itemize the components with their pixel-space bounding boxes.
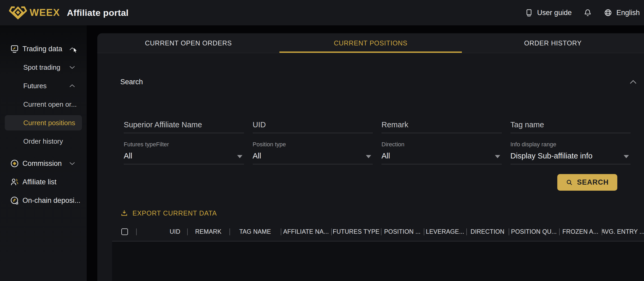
select-all-checkbox[interactable]	[121, 228, 128, 235]
sidebar-item-label: Affiliate list	[22, 178, 57, 186]
caret-down-icon	[495, 155, 500, 158]
brand-name: WEEX	[30, 7, 60, 18]
table-header-row: UID REMARK TAG NAME AFFILIATE NA... FUTU…	[112, 222, 644, 241]
select-label: Futures typeFilter	[124, 141, 244, 148]
search-filters: Futures typeFilter All Position type All…	[97, 120, 644, 191]
select-value: All	[253, 152, 373, 160]
select-label: Info display range	[510, 141, 631, 148]
sidebar-item-label: Current positions	[23, 119, 75, 127]
select-label: Direction	[381, 141, 502, 148]
uid-input[interactable]	[253, 120, 373, 129]
column-header-tag-name[interactable]: TAG NAME	[229, 222, 281, 241]
diamond-circle-icon	[10, 159, 19, 168]
coin-transfer-icon	[10, 196, 19, 205]
sidebar-item-label: Commission	[22, 160, 62, 168]
select-label: Position type	[253, 141, 373, 148]
chevron-down-icon	[69, 66, 75, 69]
tab-label: CURRENT OPEN ORDERS	[145, 39, 232, 47]
export-label: EXPORT CURRENT DATA	[132, 209, 217, 217]
search-button-label: SEARCH	[577, 178, 609, 186]
tab-bar: CURRENT OPEN ORDERS CURRENT POSITIONS OR…	[97, 33, 644, 53]
sidebar-item-label: Trading data	[22, 45, 62, 53]
main-panel: CURRENT OPEN ORDERS CURRENT POSITIONS OR…	[97, 33, 644, 281]
sidebar-item-spot-trading[interactable]: Spot trading	[0, 58, 87, 77]
caret-down-icon	[624, 155, 629, 158]
column-header-remark[interactable]: REMARK	[187, 222, 229, 241]
search-section-title: Search	[120, 78, 143, 86]
tab-order-history[interactable]: ORDER HISTORY	[462, 33, 644, 53]
sidebar-item-futures[interactable]: Futures	[0, 77, 87, 95]
field-remark	[381, 120, 502, 133]
sidebar-item-label: Spot trading	[23, 63, 60, 72]
column-header-position[interactable]: POSITION ...	[381, 222, 424, 241]
top-bar: WEEX Affiliate portal User guide English	[0, 0, 644, 25]
sidebar-item-affiliate-list[interactable]: Affiliate list	[0, 173, 87, 191]
chevron-up-icon	[69, 84, 75, 87]
position-type-select[interactable]: Position type All	[253, 141, 373, 164]
sidebar: Trading data Spot trading Futures Curren…	[0, 25, 87, 281]
direction-select[interactable]: Direction All	[381, 141, 502, 164]
column-header-uid[interactable]: UID	[136, 222, 187, 241]
weex-logo-icon	[9, 6, 27, 20]
column-header-frozen-amount[interactable]: FROZEN A...	[559, 222, 602, 241]
brand: WEEX Affiliate portal	[9, 6, 128, 20]
sidebar-item-label: Order history	[23, 137, 63, 146]
people-icon	[10, 177, 19, 186]
page-title: Affiliate portal	[67, 8, 128, 18]
column-header-direction[interactable]: DIRECTION	[466, 222, 509, 241]
search-button[interactable]: SEARCH	[557, 174, 617, 191]
sidebar-item-label: On-chain deposi...	[22, 196, 80, 205]
caret-down-icon	[366, 155, 371, 158]
tab-current-positions[interactable]: CURRENT POSITIONS	[279, 33, 462, 53]
sidebar-item-label: Current open or...	[23, 100, 77, 109]
book-icon	[525, 8, 533, 17]
globe-icon	[604, 8, 612, 17]
mouse-cursor	[73, 48, 78, 54]
column-header-avg-entry[interactable]: AVG. ENTRY ...	[602, 222, 644, 241]
sidebar-item-onchain-deposit[interactable]: On-chain deposi...	[0, 191, 87, 210]
select-all-cell	[112, 228, 136, 235]
remark-input[interactable]	[381, 120, 502, 129]
column-header-leverage[interactable]: LEVERAGE...	[424, 222, 466, 241]
user-guide-label: User guide	[537, 9, 572, 17]
select-value: All	[124, 152, 244, 160]
field-superior-affiliate-name	[124, 120, 244, 133]
tab-label: CURRENT POSITIONS	[334, 39, 407, 47]
collapse-panel-icon[interactable]	[630, 80, 637, 84]
field-tag-name	[510, 120, 631, 133]
info-display-range-select[interactable]: Info display range Display Sub-affiliate…	[510, 141, 631, 164]
caret-down-icon	[237, 155, 242, 158]
user-guide-link[interactable]: User guide	[525, 8, 572, 17]
positions-table: UID REMARK TAG NAME AFFILIATE NA... FUTU…	[112, 222, 644, 281]
language-switcher[interactable]: English	[604, 8, 640, 17]
sidebar-item-current-open-orders[interactable]: Current open or...	[0, 95, 87, 114]
field-uid	[253, 120, 373, 133]
futures-type-select[interactable]: Futures typeFilter All	[124, 141, 244, 164]
download-icon	[120, 209, 128, 217]
export-current-data-button[interactable]: EXPORT CURRENT DATA	[120, 209, 644, 217]
chevron-down-icon	[69, 162, 75, 165]
bell-icon[interactable]	[583, 8, 592, 17]
column-header-affiliate-name[interactable]: AFFILIATE NA...	[281, 222, 331, 241]
sidebar-item-label: Futures	[23, 82, 47, 90]
table-body-empty	[112, 241, 644, 281]
superior-affiliate-name-input[interactable]	[124, 120, 244, 129]
magnifier-icon	[566, 179, 573, 186]
tab-label: ORDER HISTORY	[524, 39, 582, 47]
sidebar-item-current-positions[interactable]: Current positions	[5, 115, 82, 130]
select-value: Display Sub-affiliate info	[510, 152, 631, 160]
tag-name-input[interactable]	[510, 120, 631, 129]
sidebar-item-order-history[interactable]: Order history	[0, 132, 87, 151]
tab-current-open-orders[interactable]: CURRENT OPEN ORDERS	[97, 33, 279, 53]
sidebar-item-commission[interactable]: Commission	[0, 154, 87, 173]
language-label: English	[616, 9, 640, 17]
select-value: All	[381, 152, 502, 160]
column-header-futures-type[interactable]: FUTURES TYPE	[331, 222, 381, 241]
monitor-chart-icon	[10, 44, 19, 53]
column-header-position-qty[interactable]: POSITION QU...	[509, 222, 559, 241]
